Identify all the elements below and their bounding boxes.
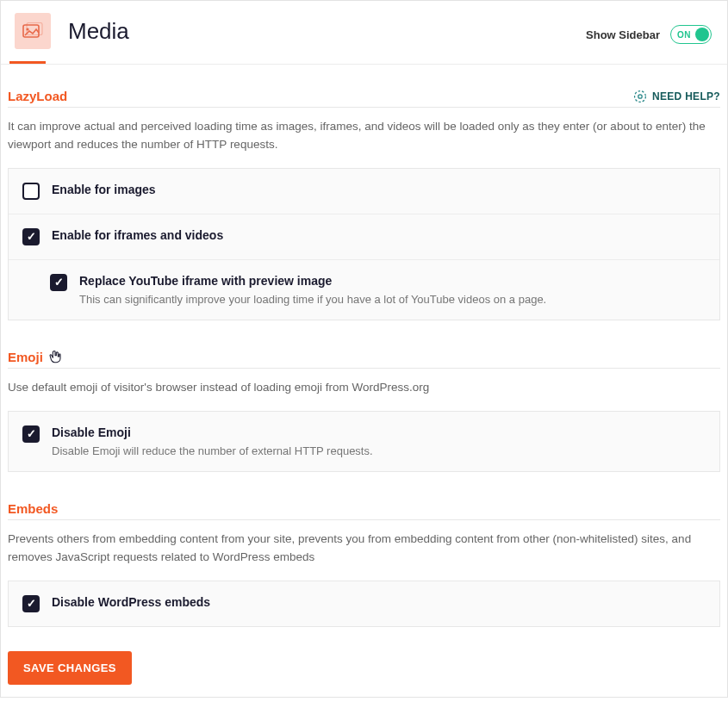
- label-enable-iframes: Enable for iframes and videos: [52, 228, 706, 242]
- section-emoji: Emoji Use default emoji of visitor's bro…: [8, 326, 720, 477]
- label-enable-images: Enable for images: [52, 183, 706, 196]
- section-lazyload: LazyLoad NEED HELP? It can improve actua…: [8, 65, 720, 326]
- option-disable-emoji[interactable]: Disable Emoji Disable Emoji will reduce …: [9, 412, 719, 471]
- checkbox-disable-emoji[interactable]: [22, 425, 40, 443]
- checkbox-enable-iframes[interactable]: [22, 228, 40, 245]
- section-embeds: Embeds Prevents others from embedding co…: [8, 477, 720, 632]
- embeds-options: Disable WordPress embeds: [8, 581, 720, 627]
- lazyload-options: Enable for images Enable for iframes and…: [8, 168, 720, 320]
- section-desc-embeds: Prevents others from embedding content f…: [8, 531, 720, 567]
- section-title-emoji: Emoji: [8, 350, 43, 364]
- emoji-options: Disable Emoji Disable Emoji will reduce …: [8, 411, 720, 472]
- option-enable-images[interactable]: Enable for images: [9, 169, 719, 214]
- checkbox-disable-embeds[interactable]: [22, 595, 40, 612]
- label-disable-emoji: Disable Emoji: [52, 425, 706, 439]
- option-enable-iframes[interactable]: Enable for iframes and videos: [9, 214, 719, 260]
- section-title-embeds: Embeds: [8, 501, 58, 516]
- svg-point-4: [638, 94, 642, 97]
- page-header: Media Show Sidebar ON: [1, 1, 727, 49]
- sub-youtube-preview: This can significantly improve your load…: [79, 293, 706, 306]
- show-sidebar-label: Show Sidebar: [586, 28, 660, 41]
- media-icon: [15, 13, 51, 49]
- page-title: Media: [68, 18, 129, 45]
- svg-point-3: [635, 90, 646, 102]
- hand-icon: [48, 350, 62, 363]
- checkbox-youtube-preview[interactable]: [50, 274, 67, 291]
- need-help-link[interactable]: NEED HELP?: [633, 90, 720, 103]
- section-desc-lazyload: It can improve actual and perceived load…: [8, 118, 720, 154]
- sub-disable-emoji: Disable Emoji will reduce the number of …: [52, 444, 706, 457]
- save-changes-button[interactable]: SAVE CHANGES: [8, 651, 132, 685]
- section-title-lazyload: LazyLoad: [8, 89, 67, 103]
- label-disable-embeds: Disable WordPress embeds: [52, 595, 706, 609]
- option-disable-embeds[interactable]: Disable WordPress embeds: [9, 581, 719, 626]
- help-icon: [633, 90, 647, 103]
- need-help-text: NEED HELP?: [652, 90, 720, 102]
- toggle-knob: [695, 28, 709, 41]
- checkbox-enable-images[interactable]: [22, 183, 40, 200]
- toggle-state-text: ON: [677, 30, 691, 40]
- option-youtube-preview[interactable]: Replace YouTube iframe with preview imag…: [9, 260, 719, 320]
- section-desc-emoji: Use default emoji of visitor's browser i…: [8, 379, 720, 397]
- show-sidebar-toggle[interactable]: ON: [670, 25, 712, 44]
- label-youtube-preview: Replace YouTube iframe with preview imag…: [79, 274, 706, 288]
